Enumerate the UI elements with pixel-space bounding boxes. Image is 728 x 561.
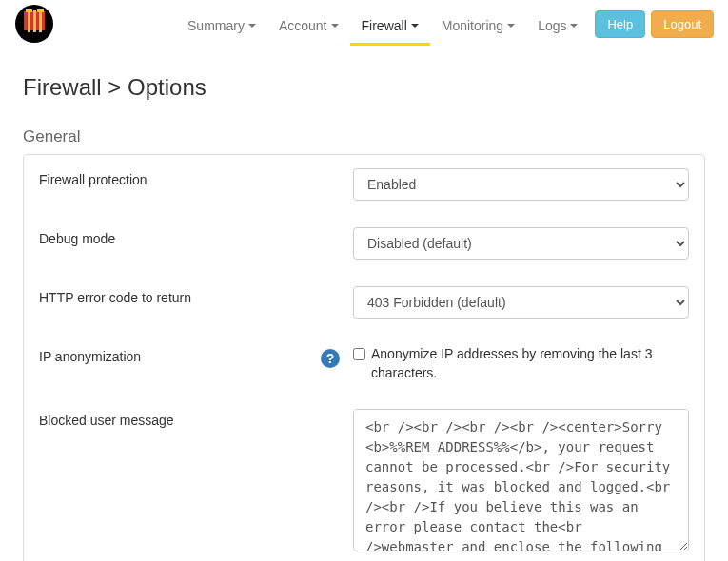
row-blocked-msg: Blocked user message xyxy=(24,396,704,561)
help-button[interactable]: Help xyxy=(595,10,645,38)
nav-logs[interactable]: Logs xyxy=(526,5,589,43)
checkbox-ip-anon[interactable] xyxy=(353,348,365,360)
select-debug-mode[interactable]: Disabled (default) xyxy=(353,227,689,260)
label-blocked-msg: Blocked user message xyxy=(39,413,340,428)
svg-rect-5 xyxy=(26,9,32,12)
logo xyxy=(14,4,54,44)
svg-rect-2 xyxy=(28,10,30,32)
row-debug-mode: Debug mode Disabled (default) xyxy=(24,214,704,273)
page-title: Firewall > Options xyxy=(23,74,705,101)
nav-label: Account xyxy=(279,18,327,33)
nav-account[interactable]: Account xyxy=(267,5,350,43)
select-http-error[interactable]: 403 Forbidden (default) xyxy=(353,286,689,319)
chevron-down-icon xyxy=(570,24,578,28)
chevron-down-icon xyxy=(248,24,256,28)
label-ip-anon: IP anonymization xyxy=(39,349,321,364)
help-icon[interactable]: ? xyxy=(321,349,340,368)
textarea-blocked-msg[interactable] xyxy=(353,409,689,551)
nav-label: Summary xyxy=(187,18,245,33)
chevron-down-icon xyxy=(411,24,419,28)
nav-summary[interactable]: Summary xyxy=(176,5,267,43)
nav-label: Firewall xyxy=(362,18,407,33)
section-title: General xyxy=(23,127,705,146)
select-firewall-protection[interactable]: Enabled xyxy=(353,168,689,201)
svg-rect-4 xyxy=(39,10,42,32)
checkbox-label-ip-anon: Anonymize IP addresses by removing the l… xyxy=(371,345,689,382)
label-debug-mode: Debug mode xyxy=(39,231,340,246)
chevron-down-icon xyxy=(507,24,515,28)
logout-button[interactable]: Logout xyxy=(651,10,714,38)
top-navbar: Summary Account Firewall Monitoring Logs… xyxy=(0,0,728,48)
nav-label: Logs xyxy=(538,18,566,33)
page-content: Firewall > Options General Firewall prot… xyxy=(0,48,728,561)
nav-monitoring[interactable]: Monitoring xyxy=(430,5,526,43)
chevron-down-icon xyxy=(331,24,339,28)
label-http-error: HTTP error code to return xyxy=(39,290,340,305)
row-firewall-protection: Firewall protection Enabled xyxy=(24,155,704,214)
nav-firewall[interactable]: Firewall xyxy=(350,5,430,43)
nav-label: Monitoring xyxy=(442,18,503,33)
svg-rect-6 xyxy=(37,9,44,12)
row-ip-anon: IP anonymization ? Anonymize IP addresse… xyxy=(24,332,704,396)
row-http-error: HTTP error code to return 403 Forbidden … xyxy=(24,273,704,332)
nav-tabs: Summary Account Firewall Monitoring Logs xyxy=(176,5,589,43)
checkbox-ip-anon-wrapper: Anonymize IP addresses by removing the l… xyxy=(353,345,689,382)
settings-panel: Firewall protection Enabled Debug mode D… xyxy=(23,154,705,561)
svg-rect-3 xyxy=(33,10,36,32)
label-firewall-protection: Firewall protection xyxy=(39,172,340,187)
